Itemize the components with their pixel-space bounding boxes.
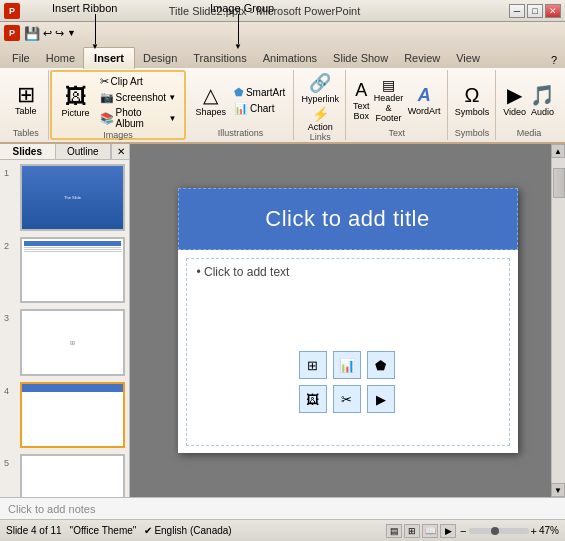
reading-view-button[interactable]: 📖 bbox=[422, 524, 438, 538]
picture-button[interactable]: 🖼 Picture bbox=[58, 84, 94, 120]
slide-4-bg bbox=[22, 384, 123, 447]
slide-preview-3[interactable]: ⊞ bbox=[20, 309, 125, 376]
action-icon: ⚡ bbox=[312, 106, 329, 122]
slide-thumb-2[interactable]: 2 bbox=[4, 237, 125, 304]
slide-preview-2[interactable] bbox=[20, 237, 125, 304]
zoom-slider[interactable] bbox=[469, 528, 529, 534]
redo-qa-button[interactable]: ↪ bbox=[55, 27, 64, 40]
insert-smartart-icon[interactable]: ⬟ bbox=[367, 351, 395, 379]
language-label: English (Canada) bbox=[154, 525, 231, 536]
video-button[interactable]: ▶ Video bbox=[503, 83, 526, 117]
slide-num-2: 2 bbox=[4, 241, 16, 251]
normal-view-button[interactable]: ▤ bbox=[386, 524, 402, 538]
insert-clipart-icon[interactable]: ✂ bbox=[333, 385, 361, 413]
slideshow-view-button[interactable]: ▶ bbox=[440, 524, 456, 538]
title-bar-left: P bbox=[4, 3, 20, 19]
header-footer-icon: ▤ bbox=[382, 77, 395, 93]
tab-file[interactable]: File bbox=[4, 48, 38, 68]
clipart-button[interactable]: ✂ Clip Art bbox=[98, 74, 179, 89]
symbols-group-content: Ω Symbols bbox=[455, 72, 490, 128]
slide-preview-inner-5 bbox=[22, 456, 123, 497]
smartart-button[interactable]: ⬟ SmartArt bbox=[232, 85, 287, 100]
app-icon: P bbox=[4, 3, 20, 19]
slide-3-icon: ⊞ bbox=[70, 339, 75, 346]
language-status: ✔ English (Canada) bbox=[144, 525, 231, 536]
slide-thumb-4[interactable]: 4 bbox=[4, 382, 125, 449]
qa-dropdown[interactable]: ▼ bbox=[67, 28, 76, 38]
slide-preview-4[interactable] bbox=[20, 382, 125, 449]
slide-content-inner: • Click to add text bbox=[187, 259, 509, 285]
maximize-button[interactable]: □ bbox=[527, 4, 543, 18]
sidebar-tab-slides[interactable]: Slides bbox=[0, 144, 56, 159]
action-button[interactable]: ⚡ Action bbox=[301, 106, 339, 132]
tab-design[interactable]: Design bbox=[135, 48, 185, 68]
notes-area[interactable]: Click to add notes bbox=[0, 497, 565, 519]
scroll-up-button[interactable]: ▲ bbox=[551, 144, 565, 158]
symbols-button[interactable]: Ω Symbols bbox=[455, 84, 490, 117]
audio-button[interactable]: 🎵 Audio bbox=[530, 83, 555, 117]
wordart-icon: A bbox=[418, 85, 431, 106]
tab-home[interactable]: Home bbox=[38, 48, 83, 68]
tab-slideshow[interactable]: Slide Show bbox=[325, 48, 396, 68]
wordart-button[interactable]: A WordArt bbox=[408, 85, 441, 116]
photoalbum-dropdown-icon: ▼ bbox=[169, 114, 177, 123]
hyperlink-button[interactable]: 🔗 Hyperlink bbox=[301, 72, 339, 104]
slide-thumb-1[interactable]: 1 The Slide bbox=[4, 164, 125, 231]
insert-media-icon[interactable]: ▶ bbox=[367, 385, 395, 413]
save-qa-button[interactable]: 💾 bbox=[24, 26, 40, 41]
vertical-scrollbar[interactable] bbox=[551, 158, 565, 483]
slides-panel[interactable]: 1 The Slide 2 bbox=[0, 160, 129, 497]
images-group-content: 🖼 Picture ✂ Clip Art 📷 Screenshot ▼ 📚 Ph… bbox=[58, 74, 179, 130]
insert-table-icon[interactable]: ⊞ bbox=[299, 351, 327, 379]
tab-transitions[interactable]: Transitions bbox=[185, 48, 254, 68]
table-button[interactable]: ⊞ Table bbox=[10, 81, 42, 119]
ribbon-group-illustrations: △ Shapes ⬟ SmartArt 📊 Chart Illustration… bbox=[187, 70, 294, 140]
screenshot-button[interactable]: 📷 Screenshot ▼ bbox=[98, 90, 179, 105]
links-group-content: 🔗 Hyperlink ⚡ Action bbox=[301, 72, 339, 132]
wordart-label: WordArt bbox=[408, 106, 441, 116]
slide-content-area[interactable]: • Click to add text ⊞ 📊 ⬟ 🖼 ✂ ▶ bbox=[186, 258, 510, 446]
slide-3-bg: ⊞ bbox=[22, 311, 123, 374]
zoom-controls: − + 47% bbox=[460, 525, 559, 537]
spellcheck-icon: ✔ bbox=[144, 525, 152, 536]
slide-preview-1[interactable]: The Slide bbox=[20, 164, 125, 231]
help-button[interactable]: ? bbox=[547, 52, 561, 68]
status-right: ▤ ⊞ 📖 ▶ − + 47% bbox=[386, 524, 559, 538]
tab-view[interactable]: View bbox=[448, 48, 488, 68]
insert-chart-icon[interactable]: 📊 bbox=[333, 351, 361, 379]
slide-title-area[interactable]: Click to add title bbox=[178, 188, 518, 250]
slide-2-header bbox=[24, 241, 121, 246]
screenshot-icon: 📷 bbox=[100, 91, 114, 104]
undo-qa-button[interactable]: ↩ bbox=[43, 27, 52, 40]
sidebar-tab-outline[interactable]: Outline bbox=[56, 144, 112, 159]
insert-picture-icon[interactable]: 🖼 bbox=[299, 385, 327, 413]
slide-preview-inner-2 bbox=[22, 239, 123, 302]
shapes-button[interactable]: △ Shapes bbox=[193, 81, 228, 119]
zoom-plus-button[interactable]: + bbox=[531, 525, 537, 537]
slide-title-placeholder: Click to add title bbox=[265, 206, 429, 232]
slide-thumb-3[interactable]: 3 ⊞ bbox=[4, 309, 125, 376]
office-theme: "Office Theme" bbox=[70, 525, 137, 536]
textbox-label: TextBox bbox=[353, 101, 370, 121]
scroll-down-button[interactable]: ▼ bbox=[551, 483, 565, 497]
chart-button[interactable]: 📊 Chart bbox=[232, 101, 287, 116]
scroll-thumb[interactable] bbox=[553, 168, 565, 198]
zoom-minus-button[interactable]: − bbox=[460, 525, 466, 537]
ribbon-group-links: 🔗 Hyperlink ⚡ Action Links bbox=[295, 70, 346, 140]
slidesorter-view-button[interactable]: ⊞ bbox=[404, 524, 420, 538]
slide-thumb-5[interactable]: 5 bbox=[4, 454, 125, 497]
audio-label: Audio bbox=[531, 107, 554, 117]
tab-animations[interactable]: Animations bbox=[255, 48, 325, 68]
tab-review[interactable]: Review bbox=[396, 48, 448, 68]
slide-preview-5[interactable] bbox=[20, 454, 125, 497]
minimize-button[interactable]: ─ bbox=[509, 4, 525, 18]
tab-insert[interactable]: Insert bbox=[83, 47, 135, 69]
sidebar-close-button[interactable]: ✕ bbox=[111, 144, 129, 159]
photoalbum-button[interactable]: 📚 Photo Album ▼ bbox=[98, 106, 179, 130]
header-footer-button[interactable]: ▤ Header& Footer bbox=[373, 77, 403, 123]
slide-4-header bbox=[22, 384, 123, 392]
window-controls[interactable]: ─ □ ✕ bbox=[509, 4, 561, 18]
office-button[interactable]: P bbox=[4, 25, 20, 41]
textbox-button[interactable]: A TextBox bbox=[353, 80, 370, 121]
close-button[interactable]: ✕ bbox=[545, 4, 561, 18]
